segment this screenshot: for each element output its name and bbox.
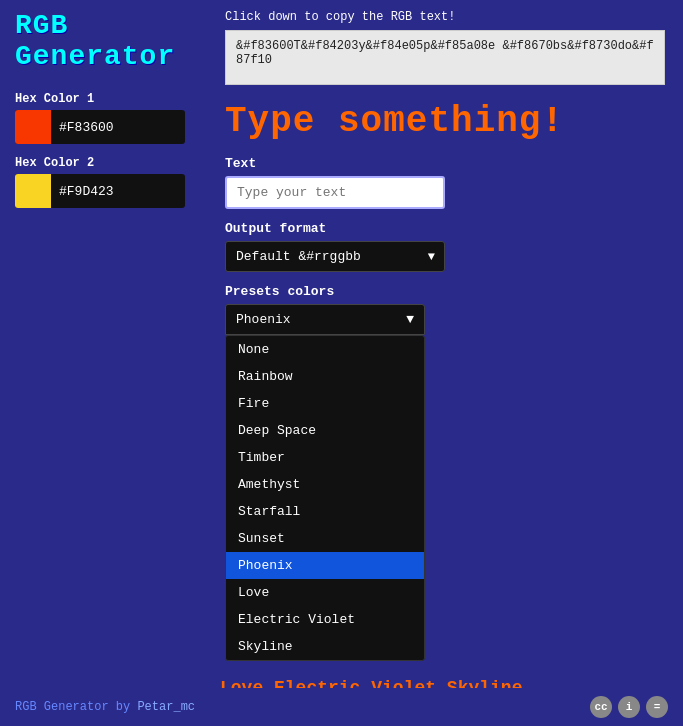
- sidebar: RGB Generator Hex Color 1 Hex Color 2: [0, 0, 210, 726]
- output-format-select[interactable]: Default &#rrggbb: [225, 241, 445, 272]
- app-title: RGB Generator: [15, 10, 195, 72]
- preset-item-fire[interactable]: Fire: [226, 390, 424, 417]
- hex2-input-row[interactable]: [15, 174, 185, 208]
- preset-item-skyline[interactable]: Skyline: [226, 633, 424, 660]
- preset-item-love[interactable]: Love: [226, 579, 424, 606]
- footer: RGB Generator by Petar_mc cc i =: [0, 688, 683, 726]
- preset-item-deep-space[interactable]: Deep Space: [226, 417, 424, 444]
- presets-trigger[interactable]: Phoenix ▼: [225, 304, 425, 335]
- preset-item-none[interactable]: None: [226, 336, 424, 363]
- text-label: Text: [225, 156, 668, 171]
- preset-item-sunset[interactable]: Sunset: [226, 525, 424, 552]
- preset-item-timber[interactable]: Timber: [226, 444, 424, 471]
- info-icon[interactable]: i: [618, 696, 640, 718]
- presets-dropdown: None Rainbow Fire Deep Space Timber Amet…: [225, 335, 425, 661]
- hex2-swatch[interactable]: [15, 174, 51, 208]
- hex1-input[interactable]: [51, 114, 181, 141]
- footer-author-link[interactable]: Petar_mc: [137, 700, 195, 714]
- hex1-label: Hex Color 1: [15, 92, 195, 106]
- main-content: Click down to copy the RGB text! &#f8360…: [210, 0, 683, 726]
- hex1-input-row[interactable]: [15, 110, 185, 144]
- cc-icon[interactable]: cc: [590, 696, 612, 718]
- output-format-label: Output format: [225, 221, 668, 236]
- hex2-input[interactable]: [51, 178, 181, 205]
- text-input[interactable]: [225, 176, 445, 209]
- preset-item-starfall[interactable]: Starfall: [226, 498, 424, 525]
- rgb-output-box[interactable]: &#f83600T&#f84203y&#f84e05p&#f85a08e &#f…: [225, 30, 665, 85]
- footer-icons: cc i =: [590, 696, 668, 718]
- rgb-output-text: &#f83600T&#f84203y&#f84e05p&#f85a08e &#f…: [236, 39, 654, 67]
- preset-item-rainbow[interactable]: Rainbow: [226, 363, 424, 390]
- equals-icon[interactable]: =: [646, 696, 668, 718]
- preset-item-amethyst[interactable]: Amethyst: [226, 471, 424, 498]
- presets-label: Presets colors: [225, 284, 668, 299]
- presets-chevron-icon: ▼: [406, 312, 414, 327]
- preset-item-phoenix[interactable]: Phoenix: [226, 552, 424, 579]
- hex2-label: Hex Color 2: [15, 156, 195, 170]
- click-instruction: Click down to copy the RGB text!: [225, 10, 668, 24]
- footer-text: RGB Generator by Petar_mc: [15, 700, 195, 714]
- preset-item-electric-violet[interactable]: Electric Violet: [226, 606, 424, 633]
- type-heading: Type something!: [225, 101, 668, 142]
- hex1-swatch[interactable]: [15, 110, 51, 144]
- output-format-wrapper[interactable]: Default &#rrggbb ▼: [225, 241, 445, 272]
- presets-selected-label: Phoenix: [236, 312, 291, 327]
